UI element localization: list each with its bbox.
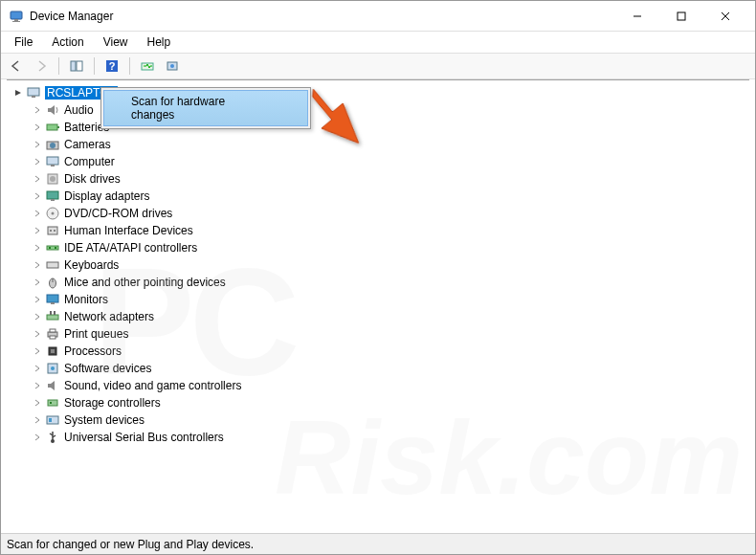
tree-node-label: Sound, video and game controllers [64,379,241,392]
computer-icon [45,154,60,169]
tree-node-label: Cameras [64,138,111,151]
svg-rect-44 [54,311,56,315]
svg-rect-28 [48,227,57,234]
svg-rect-2 [12,21,20,22]
svg-rect-52 [48,400,57,406]
sound-icon [45,378,60,393]
context-menu-scan-hardware[interactable]: Scan for hardware changes [103,90,308,126]
tree-node-monitors[interactable]: Monitors [11,291,749,308]
toolbar-separator [94,57,95,75]
tree-node-storage-controllers[interactable]: Storage controllers [11,394,749,411]
back-button[interactable] [5,56,28,77]
expander-icon[interactable] [32,363,43,374]
expander-icon[interactable] [32,380,43,391]
usb-icon [45,430,60,445]
expander-icon[interactable] [32,345,43,357]
tree-node-computer[interactable]: Computer [11,153,749,170]
svg-rect-7 [71,61,76,71]
show-hide-tree-button[interactable] [65,56,88,77]
expander-icon[interactable] [32,277,43,288]
expander-icon[interactable] [32,414,43,426]
tree-node-label: Storage controllers [64,396,161,410]
menu-action[interactable]: Action [42,33,93,51]
camera-icon [45,137,60,152]
close-button[interactable] [703,2,747,31]
svg-point-32 [49,247,51,249]
scan-hardware-button[interactable] [136,56,159,77]
expander-icon[interactable] [32,242,43,254]
expander-icon[interactable] [32,122,43,133]
expander-icon[interactable] [32,294,43,305]
forward-button[interactable] [30,56,53,77]
menu-view[interactable]: View [94,33,138,51]
expander-icon[interactable] [12,87,24,99]
system-icon [45,412,60,428]
tree-node-sound-video-and-game-controllers[interactable]: Sound, video and game controllers [11,377,749,394]
print-icon [45,326,60,342]
properties-button[interactable] [161,56,184,77]
tree-node-network-adapters[interactable]: Network adapters [11,308,749,325]
menu-help[interactable]: Help [138,33,181,51]
battery-icon [45,120,60,135]
audio-icon [45,102,60,118]
titlebar: Device Manager [1,1,755,32]
tree-node-cameras[interactable]: Cameras [11,136,749,153]
monitor-icon [45,292,60,307]
tree-node-display-adapters[interactable]: Display adapters [11,188,749,205]
tree-node-label: Processors [64,344,122,358]
tree-node-label: Software devices [64,362,151,375]
tree-node-keyboards[interactable]: Keyboards [11,256,749,274]
dvd-icon [45,206,60,221]
tree-node-label: Monitors [64,293,108,306]
computer-root-icon [26,85,41,100]
expander-icon[interactable] [32,173,43,185]
svg-rect-17 [57,126,59,128]
expander-icon[interactable] [32,139,43,150]
svg-rect-15 [32,96,35,98]
tree-node-label: Computer [64,155,115,168]
expander-icon[interactable] [32,259,43,271]
tree-node-human-interface-devices[interactable]: Human Interface Devices [11,222,749,239]
tree-node-ide-ata-atapi-controllers[interactable]: IDE ATA/ATAPI controllers [11,239,749,256]
tree-node-universal-serial-bus-controllers[interactable]: Universal Serial Bus controllers [11,429,749,446]
svg-rect-20 [47,157,58,165]
svg-rect-34 [47,262,58,268]
window-controls [615,2,747,31]
tree-node-processors[interactable]: Processors [11,343,749,360]
device-tree[interactable]: PC Risk.com RCSLAPTOPAudioBatteriesCamer… [7,79,749,533]
keyboard-icon [45,257,60,273]
statusbar: Scan for changed or new Plug and Play de… [1,533,755,554]
statusbar-text: Scan for changed or new Plug and Play de… [7,538,254,551]
svg-rect-4 [678,12,685,20]
svg-rect-16 [47,124,57,130]
svg-point-53 [50,402,52,404]
tree-node-disk-drives[interactable]: Disk drives [11,170,749,188]
tree-node-system-devices[interactable]: System devices [11,411,749,429]
tree-node-software-devices[interactable]: Software devices [11,360,749,377]
svg-point-29 [50,230,52,232]
expander-icon[interactable] [32,156,43,167]
expander-icon[interactable] [32,225,43,236]
expander-icon[interactable] [32,432,43,443]
tree-node-label: Network adapters [64,310,154,323]
tree-node-print-queues[interactable]: Print queues [11,325,749,343]
window-title: Device Manager [30,10,615,23]
maximize-button[interactable] [659,2,703,31]
display-icon [45,189,60,204]
svg-rect-40 [47,295,58,302]
expander-icon[interactable] [32,104,43,116]
menubar: File Action View Help [1,32,755,53]
expander-icon[interactable] [32,311,43,322]
minimize-button[interactable] [615,2,659,31]
menu-file[interactable]: File [5,33,42,51]
tree-node-mice-and-other-pointing-devices[interactable]: Mice and other pointing devices [11,274,749,291]
tree-node-dvd-cd-rom-drives[interactable]: DVD/CD-ROM drives [11,205,749,222]
expander-icon[interactable] [32,190,43,202]
svg-rect-54 [47,416,58,424]
expander-icon[interactable] [32,328,43,340]
expander-icon[interactable] [32,208,43,219]
storage-icon [45,395,60,411]
help-button[interactable]: ? [100,56,123,77]
expander-icon[interactable] [32,397,43,409]
app-icon [9,9,24,24]
